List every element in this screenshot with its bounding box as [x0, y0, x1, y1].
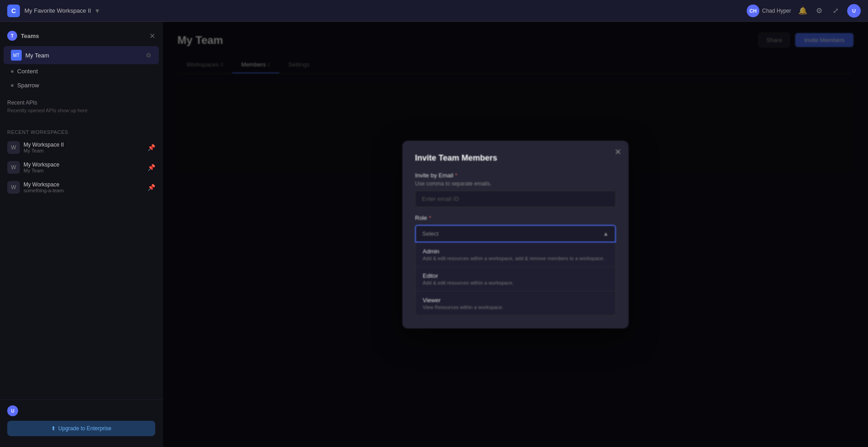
role-description: Add & edit resources within a workspace. [423, 280, 608, 285]
workspace-info: My Workspace II My Team [24, 142, 144, 153]
recent-workspaces-section: Recent Workspaces W My Workspace II My T… [0, 120, 162, 197]
expand-icon[interactable]: ⤢ [831, 6, 840, 15]
upgrade-button[interactable]: ⬆ Upgrade to Enterprise [7, 421, 155, 436]
user-avatar[interactable]: U [847, 4, 861, 18]
invite-modal: ✕ Invite Team Members Invite by Email * … [402, 141, 629, 328]
sidebar: T Teams ✕ MT My Team ⚙ Content Sparrow R… [0, 22, 163, 447]
workspace-name: My Workspace [24, 181, 144, 188]
chevron-down-icon[interactable]: ▾ [95, 6, 99, 15]
invite-email-label: Invite by Email * [415, 172, 616, 179]
sidebar-header: T Teams ✕ [0, 27, 162, 46]
nav-dot-icon [11, 70, 14, 73]
email-input[interactable] [415, 190, 616, 207]
recent-apis-title: Recent APIs [7, 100, 155, 106]
topbar-left: C My Favorite Workspace II ▾ [7, 5, 99, 17]
workspace-info: My Workspace My Team [24, 162, 144, 173]
role-option-admin[interactable]: Admin Add & edit resources within a work… [415, 243, 615, 267]
sidebar-close-icon[interactable]: ✕ [149, 32, 155, 40]
pin-icon[interactable]: 📌 [148, 184, 155, 191]
role-select-container: Select ▲ Admin Add & edit resources with… [415, 225, 616, 316]
workspace-title: My Favorite Workspace II [24, 7, 91, 14]
sidebar-item-label: Content [17, 68, 38, 75]
topbar-user[interactable]: CH Chad Hyper [747, 5, 791, 17]
role-select-placeholder: Select [422, 230, 439, 237]
pin-icon[interactable]: 📌 [148, 144, 155, 151]
user-name: Chad Hyper [762, 8, 791, 14]
workspace-sub: My Team [24, 168, 144, 173]
role-dropdown: Admin Add & edit resources within a work… [415, 243, 616, 316]
modal-close-button[interactable]: ✕ [615, 148, 621, 156]
sidebar-team-item[interactable]: MT My Team ⚙ [4, 46, 159, 64]
topbar-right: CH Chad Hyper 🔔 ⚙ ⤢ U [747, 4, 861, 18]
sidebar-item-content[interactable]: Content [0, 64, 162, 78]
topbar: C My Favorite Workspace II ▾ CH Chad Hyp… [0, 0, 868, 22]
workspace-icon: W [7, 161, 20, 174]
layout: T Teams ✕ MT My Team ⚙ Content Sparrow R… [0, 0, 868, 447]
avatar: CH [747, 5, 759, 17]
team-settings-icon[interactable]: ⚙ [146, 52, 152, 59]
workspace-list: W My Workspace II My Team 📌 W My Workspa… [0, 138, 162, 197]
role-description: Add & edit resources within a workspace,… [423, 256, 608, 261]
user-avatar-small: U [7, 405, 18, 416]
nav-dot-icon [11, 84, 14, 87]
chevron-up-icon: ▲ [603, 230, 609, 237]
modal-overlay: ✕ Invite Team Members Invite by Email * … [163, 22, 868, 447]
sidebar-bottom: U ⬆ Upgrade to Enterprise [0, 399, 162, 442]
recent-apis-section: Recent APIs Recently opened APIs show up… [0, 92, 162, 120]
upgrade-icon: ⬆ [51, 425, 56, 432]
sidebar-item-sparrow[interactable]: Sparrow [0, 78, 162, 92]
sidebar-item-label: Sparrow [17, 82, 39, 89]
sidebar-bottom-user: U [7, 405, 155, 416]
list-item[interactable]: W My Workspace something-a-team 📌 [4, 177, 159, 197]
sidebar-title: Teams [21, 33, 39, 39]
upgrade-label: Upgrade to Enterprise [58, 425, 111, 432]
list-item[interactable]: W My Workspace II My Team 📌 [4, 138, 159, 157]
recent-workspaces-title: Recent Workspaces [7, 129, 68, 135]
role-option-viewer[interactable]: Viewer View Resources within a workspace… [415, 291, 615, 315]
workspace-sub: My Team [24, 148, 144, 153]
app-logo: C [7, 5, 20, 17]
workspace-icon: W [7, 181, 20, 194]
workspace-icon: W [7, 141, 20, 154]
role-description: View Resources within a workspace. [423, 304, 608, 310]
role-name: Admin [423, 248, 608, 255]
sidebar-avatar: T [7, 31, 17, 41]
role-label: Role * [415, 214, 616, 221]
workspace-name: My Workspace II [24, 142, 144, 148]
sidebar-title-group: T Teams [7, 31, 39, 41]
pin-icon[interactable]: 📌 [148, 164, 155, 171]
recent-apis-empty: Recently opened APIs show up here [7, 108, 155, 113]
nav-section: Content Sparrow [0, 64, 162, 92]
list-item[interactable]: W My Workspace My Team 📌 [4, 157, 159, 177]
workspace-info: My Workspace something-a-team [24, 181, 144, 193]
workspace-sub: something-a-team [24, 188, 144, 193]
role-name: Editor [423, 272, 608, 279]
invite-email-hint: Use comma to separate emails. [415, 181, 616, 187]
required-asterisk: * [429, 214, 431, 221]
role-select[interactable]: Select ▲ [415, 225, 616, 243]
required-asterisk: * [455, 172, 458, 179]
recent-workspaces-header: Recent Workspaces [0, 120, 162, 138]
workspace-name: My Workspace [24, 162, 144, 168]
modal-title: Invite Team Members [415, 153, 616, 163]
role-name: Viewer [423, 297, 608, 304]
main-content: My Team Share Invite Members Workspaces … [163, 22, 868, 447]
team-avatar: MT [11, 50, 22, 61]
notifications-icon[interactable]: 🔔 [798, 6, 807, 15]
team-name: My Team [25, 52, 142, 59]
role-option-editor[interactable]: Editor Add & edit resources within a wor… [415, 267, 615, 291]
settings-icon[interactable]: ⚙ [815, 6, 824, 15]
